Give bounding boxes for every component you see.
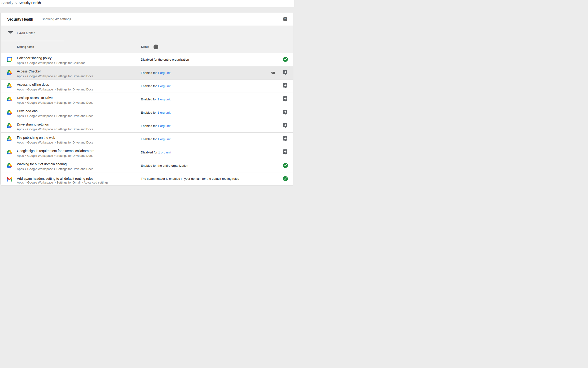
svg-text:31: 31 <box>8 58 10 61</box>
